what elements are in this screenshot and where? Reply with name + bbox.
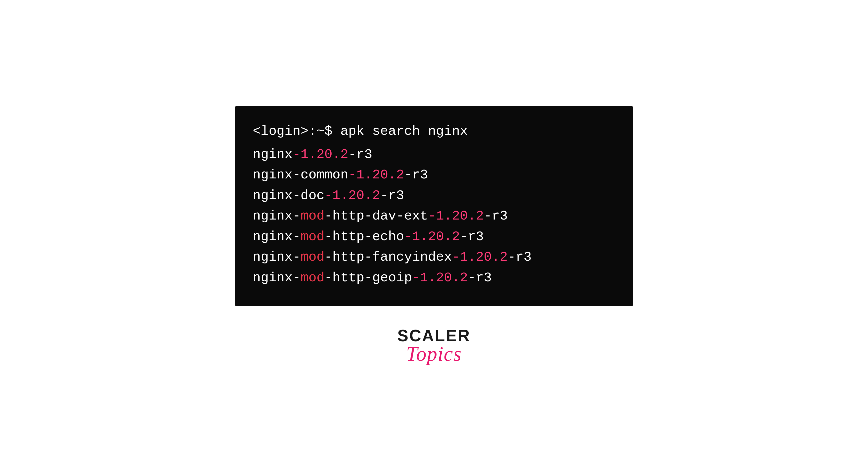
pkg-rev-2: -r3 [404,167,428,183]
branding-block: SCALER Topics [397,327,470,367]
pkg-rev-3: -r3 [380,188,404,203]
pkg-rev-1: -r3 [348,147,372,162]
pkg-rev-6: -r3 [508,250,532,265]
pkg-name-2: nginx-common [253,167,348,183]
pkg-rev-5: -r3 [460,229,484,244]
pkg-version-7: -1.20.2 [412,270,468,285]
pkg-rev-4: -r3 [484,209,508,224]
pkg-mod-4: mod [301,209,324,224]
page-container: <login>:~$ apk search nginx nginx-1.20.2… [235,106,633,367]
pkg-mid-6: -http-fancyindex [324,250,452,265]
result-line-5: nginx-mod-http-echo-1.20.2-r3 [253,227,615,247]
pkg-mid-5: -http-echo [324,229,404,244]
pkg-mod-6: mod [301,250,324,265]
pkg-prefix-7: nginx- [253,270,301,285]
pkg-mod-5: mod [301,229,324,244]
pkg-prefix-5: nginx- [253,229,301,244]
pkg-version-5: -1.20.2 [404,229,460,244]
pkg-mod-7: mod [301,270,324,285]
pkg-version-3: -1.20.2 [324,188,380,203]
brand-scaler-text: SCALER [397,327,470,345]
terminal-window: <login>:~$ apk search nginx nginx-1.20.2… [235,106,633,306]
pkg-rev-7: -r3 [468,270,492,285]
pkg-prefix-4: nginx- [253,209,301,224]
pkg-name-3: nginx-doc [253,188,324,203]
command-text: <login>:~$ apk search nginx [253,124,468,139]
result-line-7: nginx-mod-http-geoip-1.20.2-r3 [253,268,615,288]
command-line: <login>:~$ apk search nginx [253,121,615,142]
pkg-version-1: -1.20.2 [292,147,348,162]
result-line-3: nginx-doc-1.20.2-r3 [253,186,615,206]
pkg-name-1: nginx [253,147,292,162]
pkg-mid-4: -http-dav-ext [324,209,428,224]
result-line-4: nginx-mod-http-dav-ext-1.20.2-r3 [253,206,615,227]
pkg-version-4: -1.20.2 [428,209,484,224]
pkg-version-6: -1.20.2 [452,250,507,265]
brand-topics-text: Topics [406,343,462,365]
pkg-version-2: -1.20.2 [348,167,404,183]
pkg-prefix-6: nginx- [253,250,301,265]
result-line-6: nginx-mod-http-fancyindex-1.20.2-r3 [253,247,615,268]
result-line-2: nginx-common-1.20.2-r3 [253,165,615,186]
result-line-1: nginx-1.20.2-r3 [253,145,615,165]
pkg-mid-7: -http-geoip [324,270,412,285]
